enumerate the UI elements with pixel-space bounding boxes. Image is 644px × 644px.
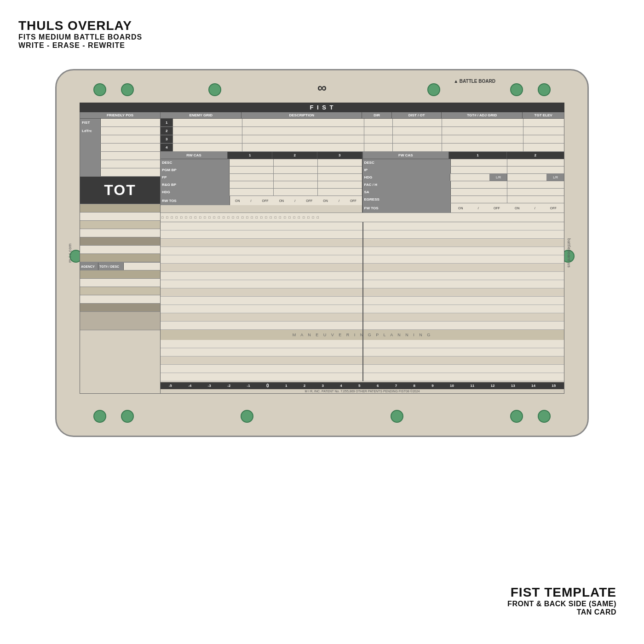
footer-sub1: FRONT & BACK SIDE (SAME): [507, 600, 616, 608]
agency-row: AGENCY TGT# / DESC: [80, 262, 160, 270]
fw-ip-row: IP: [363, 167, 564, 174]
lp-empty-3: [80, 246, 160, 254]
main-title: THULS OVERLAY: [18, 18, 142, 33]
grid-row-17: [161, 365, 564, 373]
lp-stripe-6: [80, 287, 160, 295]
lp-stripe-1: [80, 204, 160, 213]
enemy-row-3: 3: [161, 135, 564, 144]
rw-desc-label: DESC: [161, 159, 230, 166]
grid-row-12: [161, 313, 564, 322]
fw-cas-panel: FW CAS 1 2 DESC IP: [363, 152, 564, 213]
grid-row-3: [161, 239, 564, 247]
fw-hdg-label: HDG: [363, 174, 450, 181]
fist-value[interactable]: [101, 119, 160, 126]
rw-rgb-row: R&G BP: [161, 181, 362, 189]
fp-row-7: [80, 168, 160, 177]
rw-desc-row: DESC: [161, 159, 362, 167]
hole-bl1: [93, 410, 106, 423]
dist-ot-header: DIST / OT: [392, 112, 442, 118]
fp-label-3: [80, 135, 101, 143]
ldtrc-value[interactable]: [101, 127, 160, 135]
fw-desc-row: DESC: [363, 159, 564, 167]
agency-label: AGENCY: [80, 263, 98, 270]
fw-desc-label: DESC: [363, 159, 451, 166]
fp-row-6: [80, 160, 160, 168]
fp-label-7: [80, 168, 101, 176]
hole-tr2: [510, 83, 523, 96]
ldtrc-label: LdTrc: [80, 127, 101, 135]
grid-row-1: [161, 222, 564, 230]
fist-title: F I S T: [80, 103, 564, 112]
grid-row-16: [161, 356, 564, 365]
hole-tl2: [121, 83, 134, 96]
rw-fp-row: FP: [161, 174, 362, 181]
fw-tos-label: FW TOS: [363, 203, 451, 213]
tgt-desc-label: TGT# / DESC: [98, 263, 124, 270]
hole-tr3: [538, 83, 551, 96]
rw-cas-2: 2: [272, 152, 317, 159]
fp-label-4: [80, 144, 101, 151]
fw-cas-1: 1: [449, 152, 506, 159]
fw-egress-label: EGRESS: [363, 196, 451, 203]
rw-pgmbp-label: PGM BP: [161, 167, 230, 173]
top-header-row: ENEMY GRID DESCRIPTION DIR DIST / OT TGT…: [161, 112, 564, 119]
grid-row-13: [161, 322, 564, 330]
hole-tc1: [208, 83, 221, 96]
fw-fach-label: FAC / H: [363, 181, 451, 188]
lp-empty-1: [80, 213, 160, 221]
lp-stripe-7: [80, 304, 160, 312]
rw-tos-row: RW TOS ON/OFFON/OFFON/OFF: [161, 196, 362, 205]
description-header: DESCRIPTION: [242, 112, 362, 118]
fw-sa-row: SA: [363, 189, 564, 196]
fw-fach-row: FAC / H: [363, 181, 564, 189]
cas-section: RW CAS 1 2 3 DESC: [161, 152, 564, 213]
fp-label-6: [80, 160, 101, 168]
bb-logo: ▲ BATTLE BOARD: [454, 79, 495, 84]
grid-row-7: [161, 272, 564, 280]
rw-fp-label: FP: [161, 174, 230, 181]
fw-cas-2: 2: [507, 152, 564, 159]
grid-row-6: [161, 264, 564, 272]
fw-tos-value[interactable]: ON/OFFON/OFF: [451, 203, 564, 213]
main-content: FRIENDLY POS FIST LdTrc: [80, 112, 564, 394]
rw-tos-value[interactable]: ON/OFFON/OFFON/OFF: [230, 196, 362, 205]
scale-bar: -5-4-3-2-1 0 12345 678910 1112131415: [161, 382, 564, 389]
rw-cas-panel: RW CAS 1 2 3 DESC: [161, 152, 363, 213]
fist-row: FIST: [80, 119, 160, 127]
fw-tos-row: FW TOS ON/OFFON/OFF: [363, 203, 564, 213]
fw-cas-label: FW CAS: [363, 152, 449, 159]
fp-row-4: [80, 144, 160, 152]
grid-row-4: [161, 247, 564, 255]
grid-row-10: [161, 297, 564, 305]
checkbox-row: □ □ □ □ □ □ □ □ □ □ □ □ □ □ □ □ □: [161, 213, 564, 222]
enemy-row-4: 4: [161, 144, 564, 152]
rw-pgmbp-row: PGM BP: [161, 167, 362, 174]
hole-br1: [510, 410, 523, 423]
fist-label: FIST: [80, 119, 101, 126]
lp-empty-4: [80, 279, 160, 287]
infinity-symbol: ∞: [317, 80, 327, 95]
hole-bl2: [121, 410, 134, 423]
footer-sub2: TAN CARD: [507, 608, 616, 616]
header-block: THULS OVERLAY FITS MEDIUM BATTLE BOARDS …: [18, 18, 142, 50]
rw-cas-3: 3: [317, 152, 362, 159]
form-area: F I S T FRIENDLY POS FIST LdTrc: [80, 103, 564, 403]
side-text-right: battleboard.us: [567, 238, 571, 268]
rw-hdg-label: HDG: [161, 189, 230, 196]
lp-stripe-5: [80, 270, 160, 279]
rw-cas-label: RW CAS: [161, 152, 228, 159]
lp-empty-2: [80, 229, 160, 237]
rw-tos-label: RW TOS: [161, 196, 230, 205]
fp-row-5: [80, 152, 160, 160]
enemy-row-2: 2: [161, 127, 564, 135]
left-panel: FRIENDLY POS FIST LdTrc: [80, 112, 161, 393]
fw-hdg-row: HDG L/R L/R: [363, 174, 564, 181]
fw-cas-header-row: FW CAS 1 2: [363, 152, 564, 159]
side-text-left: m-i-r.com: [68, 243, 72, 263]
fp-label-5: [80, 152, 101, 160]
tgt-desc-value[interactable]: [124, 263, 160, 270]
footer-title: FIST TEMPLATE: [507, 585, 616, 600]
grid-row-18: [161, 373, 564, 381]
header-sub2: WRITE - ERASE - REWRITE: [18, 41, 142, 50]
enemy-grid-header: ENEMY GRID: [161, 112, 242, 118]
